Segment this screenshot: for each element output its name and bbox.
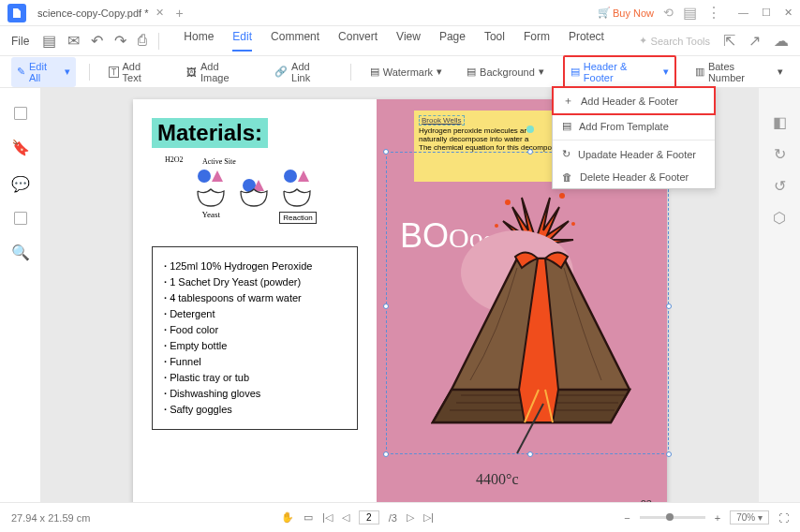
crop-icon[interactable]: ◧: [772, 114, 787, 129]
volcano-illustration: BOOoooo !: [395, 174, 658, 493]
tab-comment[interactable]: Comment: [271, 30, 319, 52]
svg-marker-1: [212, 170, 223, 182]
dropdown-label: Delete Header & Footer: [580, 171, 689, 183]
reaction-label: Reaction: [279, 212, 317, 224]
right-panel: ◧ ↻ ↺ ⬡: [759, 88, 800, 502]
dropdown-delete-header-footer[interactable]: 🗑Delete Header & Footer: [553, 166, 715, 188]
chemistry-diagram: H2O2 Active Site Yeast Reaction: [152, 161, 358, 224]
tab-tool[interactable]: Tool: [484, 30, 505, 52]
zoom-percent: 70%: [736, 512, 755, 523]
zoom-in-icon[interactable]: +: [715, 512, 720, 524]
read-mode-icon[interactable]: ▭: [304, 511, 313, 524]
open-icon[interactable]: ⇱: [723, 32, 735, 50]
print-icon[interactable]: ⎙: [138, 32, 147, 50]
last-page-icon[interactable]: ▷|: [423, 511, 434, 524]
cloud-icon[interactable]: ☁: [774, 32, 789, 50]
gift-icon[interactable]: ⟲: [663, 6, 674, 20]
tab-home[interactable]: Home: [184, 30, 214, 52]
page-input[interactable]: [359, 510, 379, 525]
next-page-icon[interactable]: ▷: [407, 511, 414, 524]
zoom-out-icon[interactable]: −: [624, 512, 630, 524]
zoom-value[interactable]: 70% ▾: [730, 510, 769, 525]
tab-edit[interactable]: Edit: [232, 30, 252, 52]
rotate-right-icon[interactable]: ↻: [772, 146, 787, 161]
share-icon[interactable]: ↗: [748, 32, 761, 50]
add-image-label: Add Image: [200, 61, 250, 83]
list-item: Food color: [164, 322, 346, 338]
plus-icon: ＋: [563, 94, 573, 108]
header-footer-button[interactable]: ▤ Header & Footer ▾: [563, 55, 676, 89]
tab-close-icon[interactable]: ✕: [156, 7, 164, 19]
settings-icon[interactable]: ⬡: [772, 210, 787, 225]
hand-tool-icon[interactable]: ✋: [281, 511, 294, 524]
maximize-icon[interactable]: ☐: [762, 7, 771, 19]
toolbar: ✎ Edit All ▾ 🅃 Add Text 🖼 Add Image 🔗 Ad…: [0, 56, 800, 88]
document-tab[interactable]: science-copy-Copy.pdf * ✕: [37, 7, 164, 19]
dropdown-add-from-template[interactable]: ▤Add From Template: [553, 114, 715, 138]
minimize-icon[interactable]: —: [738, 7, 748, 19]
wand-icon: ✦: [639, 35, 647, 47]
left-panel: 🔖 💬 🔍: [0, 88, 41, 502]
list-item: Detergent: [164, 306, 346, 322]
search-tools[interactable]: ✦ Search Tools: [639, 35, 710, 47]
add-link-button[interactable]: 🔗 Add Link: [269, 57, 337, 87]
search-placeholder: Search Tools: [651, 36, 710, 47]
page-dimensions: 27.94 x 21.59 cm: [11, 512, 90, 524]
list-item: Plastic tray or tub: [164, 370, 346, 386]
svg-point-9: [571, 222, 575, 226]
dropdown-update-header-footer[interactable]: ↻Upadate Header & Footer: [553, 142, 715, 166]
sticky-text: Hydrogen peroxide molecules ar: [419, 126, 526, 135]
svg-point-4: [284, 170, 297, 183]
background-button[interactable]: ▤ Background ▾: [461, 62, 550, 81]
template-icon: ▤: [562, 120, 571, 132]
sticky-text: naturally decompose into water a: [419, 135, 528, 143]
tab-protect[interactable]: Protect: [569, 30, 604, 52]
buy-now-label: Buy Now: [613, 7, 654, 19]
tab-page[interactable]: Page: [439, 30, 466, 52]
prev-page-icon[interactable]: ◁: [342, 511, 349, 524]
search-panel-icon[interactable]: 🔍: [11, 244, 30, 261]
add-text-button[interactable]: 🅃 Add Text: [103, 57, 168, 87]
edit-all-button[interactable]: ✎ Edit All ▾: [11, 57, 76, 87]
bates-number-button[interactable]: ▥ Bates Number ▾: [689, 57, 789, 87]
menu-tabs: Home Edit Comment Convert View Page Tool…: [184, 30, 604, 52]
tab-title: science-copy-Copy.pdf *: [37, 7, 148, 19]
thumbnails-icon[interactable]: [14, 107, 27, 120]
menubar: File ▤ ✉ ↶ ↷ ⎙ Home Edit Comment Convert…: [0, 26, 800, 56]
fit-page-icon[interactable]: ⛶: [778, 512, 789, 524]
close-icon[interactable]: ✕: [784, 7, 793, 19]
notify-icon[interactable]: ▤: [683, 4, 697, 22]
list-item: Funnel: [164, 354, 346, 370]
bookmark-icon[interactable]: 🔖: [11, 139, 30, 156]
mail-icon[interactable]: ✉: [67, 32, 80, 50]
tab-add-button[interactable]: +: [175, 6, 183, 21]
page-number: 03: [641, 498, 652, 502]
save-icon[interactable]: ▤: [42, 32, 56, 50]
add-image-button[interactable]: 🖼 Add Image: [181, 57, 256, 87]
svg-point-8: [495, 224, 498, 228]
redo-icon[interactable]: ↷: [114, 32, 126, 50]
watermark-button[interactable]: ▤ Watermark ▾: [364, 62, 448, 81]
attachment-icon[interactable]: [14, 212, 27, 225]
first-page-icon[interactable]: |◁: [322, 511, 333, 524]
undo-icon[interactable]: ↶: [91, 32, 103, 50]
rotate-left-icon[interactable]: ↺: [772, 178, 787, 193]
menu-file[interactable]: File: [11, 35, 29, 48]
add-link-label: Add Link: [291, 61, 332, 83]
tab-form[interactable]: Form: [524, 30, 550, 52]
materials-list: 125ml 10% Hydrogen Peroxide 1 Sachet Dry…: [152, 246, 358, 430]
tab-convert[interactable]: Convert: [338, 30, 378, 52]
zoom-slider[interactable]: [640, 516, 705, 519]
page-left-column: Materials: H2O2 Active Site Yeast Reacti…: [133, 99, 377, 502]
svg-point-6: [505, 200, 511, 205]
header-footer-label: Header & Footer: [584, 61, 659, 83]
yeast-label: Yeast: [193, 210, 229, 219]
list-item: 4 tablespoons of warm water: [164, 290, 346, 306]
titlebar: science-copy-Copy.pdf * ✕ + 🛒 Buy Now ⟲ …: [0, 0, 800, 26]
tab-view[interactable]: View: [396, 30, 421, 52]
dropdown-add-header-footer[interactable]: ＋Add Header & Footer: [552, 86, 716, 115]
more-icon[interactable]: ⋮: [706, 4, 721, 22]
buy-now-button[interactable]: 🛒 Buy Now: [598, 7, 654, 19]
svg-point-7: [559, 193, 565, 199]
comment-panel-icon[interactable]: 💬: [11, 175, 30, 193]
